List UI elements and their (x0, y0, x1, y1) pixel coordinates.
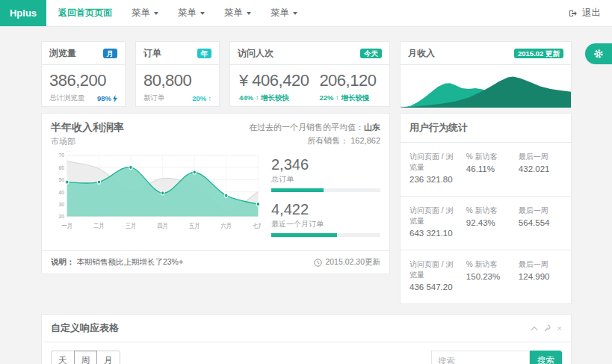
sales-avg-region: 山东 (364, 123, 380, 132)
sales-total-label: 所有销售： (307, 136, 348, 145)
row-c3-label: 最后一周 (519, 206, 562, 216)
monthly-income-sparkline-chart (401, 69, 571, 108)
order-stats-panel: 2,346 总订单 4,422 最近一个月订单 (271, 150, 380, 246)
views-title: 浏览量 (49, 47, 76, 60)
svg-text:五月: 五月 (189, 222, 200, 229)
orders-stat: 20% (192, 94, 206, 102)
level-up-icon: ↑ (336, 93, 339, 102)
sales-summary: 在过去的一个月销售的平均值：山东 所有销售： 162,862 (249, 121, 380, 147)
income-badge: 2015.02 更新 (514, 49, 563, 59)
row-c1-value: 236 321.80 (409, 175, 460, 184)
visits-badge: 今天 (360, 49, 382, 59)
card-monthly-income: 月收入 2015.02 更新 (400, 41, 572, 107)
svg-text:一月: 一月 (62, 222, 72, 229)
svg-text:三月: 三月 (126, 222, 136, 229)
note-label: 说明： (51, 257, 75, 266)
settings-gear-button[interactable] (585, 43, 612, 64)
visits-left-value: ¥ 406,420 (239, 71, 309, 90)
svg-text:40: 40 (59, 188, 65, 196)
nav-menu-1-label: 菜单 (132, 7, 150, 19)
close-icon[interactable]: × (557, 324, 562, 333)
views-stat: 98% (97, 94, 111, 102)
card-views: 浏览量 月 386,200 总计浏览量 98% (41, 41, 126, 107)
row-c2-label: % 新访客 (466, 259, 513, 270)
bottom-row: 自定义响应表格 × 天 周 月 (41, 314, 572, 364)
svg-text:50: 50 (59, 176, 65, 184)
svg-text:四月: 四月 (157, 222, 167, 229)
visits-left-col: ¥ 406,420 44% ↑ 增长较快 (239, 71, 309, 103)
row-c2-value: 46.11% (466, 164, 513, 173)
nav-menu-1[interactable]: 菜单 (132, 7, 158, 19)
svg-text:70: 70 (59, 152, 65, 159)
row-c3-label: 最后一周 (519, 152, 562, 162)
row-c3-label: 最后一周 (519, 259, 562, 270)
stat-cards-row: 浏览量 月 386,200 总计浏览量 98% 订单 年 (41, 41, 572, 107)
collapse-chevron-up-icon[interactable] (531, 326, 538, 331)
tab-day[interactable]: 天 (51, 351, 75, 364)
logout-label: 退出 (582, 7, 601, 19)
profit-chart-subtitle: 市场部 (51, 136, 124, 147)
level-up-icon: ↑ (256, 93, 259, 102)
logout-button[interactable]: 退出 (569, 7, 601, 19)
row-c2-label: % 新访客 (466, 152, 513, 162)
user-behavior-row: 访问页面 / 浏览量 436 547.20 % 新访客 150.23% 最后一周… (401, 250, 571, 303)
svg-text:20: 20 (59, 213, 65, 220)
brand-logo[interactable]: Hplus (0, 0, 46, 26)
note-text: 本期销售额比上期增长了23%+ (76, 257, 183, 266)
table-card-title: 自定义响应表格 (51, 321, 119, 335)
orders-title: 订单 (143, 47, 161, 60)
visits-left-stat: 44% (239, 93, 253, 102)
visits-right-note: 增长较慢 (341, 93, 369, 102)
nav-menu-3-label: 菜单 (224, 7, 243, 19)
tab-month[interactable]: 月 (96, 351, 120, 364)
visits-right-value: 206,120 (319, 71, 376, 90)
profit-area-chart: 203040506070一月二月三月四月五月六月七月 (51, 150, 261, 231)
svg-text:六月: 六月 (221, 222, 232, 229)
profit-chart-card: 半年收入利润率 市场部 在过去的一个月销售的平均值：山东 所有销售： 162,8… (41, 113, 390, 274)
sales-avg-prefix: 在过去的一个月销售的平均值： (249, 123, 364, 132)
tab-week[interactable]: 周 (74, 351, 98, 364)
orders-sub-label: 新订单 (143, 93, 165, 103)
table-search: 搜索 (431, 351, 562, 364)
visits-right-col: 206,120 22% ↑ 增长较慢 (319, 71, 376, 103)
nav-home-link[interactable]: 返回首页页面 (58, 7, 112, 19)
sign-out-icon (569, 9, 578, 18)
wrench-icon[interactable] (544, 324, 551, 332)
card-visits: 访问人次 今天 ¥ 406,420 44% ↑ 增长较快 206,120 22%… (229, 41, 390, 107)
orders-monthly-value: 4,422 (271, 201, 380, 218)
nav-menu-3[interactable]: 菜单 (224, 7, 251, 19)
row-c1-label: 访问页面 / 浏览量 (409, 152, 460, 173)
card-orders: 订单 年 80,800 新订单 20%↑ (135, 41, 220, 107)
orders-monthly-progressbar (271, 233, 380, 237)
nav-menu-4[interactable]: 菜单 (271, 7, 297, 19)
search-input[interactable] (431, 351, 530, 364)
middle-row: 半年收入利润率 市场部 在过去的一个月销售的平均值：山东 所有销售： 162,8… (41, 113, 572, 304)
orders-total-label: 总订单 (271, 174, 380, 185)
search-button[interactable]: 搜索 (530, 351, 562, 364)
orders-monthly-label: 最近一个月订单 (271, 219, 380, 229)
row-c2-label: % 新访客 (466, 206, 513, 216)
svg-text:二月: 二月 (93, 222, 104, 229)
period-tab-group: 天 周 月 (51, 351, 120, 364)
row-c2-value: 92.43% (466, 218, 513, 227)
clock-icon (314, 259, 322, 267)
top-navbar: Hplus 返回首页页面 菜单 菜单 菜单 菜单 退出 (0, 0, 612, 27)
row-c1-value: 436 547.20 (409, 283, 460, 291)
user-behavior-title: 用户行为统计 (401, 114, 571, 143)
bolt-icon (113, 95, 117, 102)
row-c1-value: 643 321.10 (409, 229, 460, 238)
responsive-table-card: 自定义响应表格 × 天 周 月 (41, 314, 572, 364)
row-c3-value: 432.021 (519, 164, 562, 173)
dashboard-screen: Hplus 返回首页页面 菜单 菜单 菜单 菜单 退出 (0, 0, 612, 364)
svg-text:30: 30 (59, 201, 65, 209)
views-sub-label: 总计浏览量 (49, 93, 85, 103)
orders-value: 80,800 (143, 71, 211, 90)
row-c3-value: 124.990 (519, 272, 562, 281)
row-c3-value: 564.554 (519, 218, 562, 227)
nav-menu-4-label: 菜单 (271, 7, 289, 19)
level-up-icon: ↑ (208, 94, 211, 102)
main-content: 浏览量 月 386,200 总计浏览量 98% 订单 年 (0, 27, 612, 364)
nav-menu-2[interactable]: 菜单 (178, 7, 205, 19)
views-badge: 月 (103, 49, 118, 59)
orders-badge: 年 (197, 49, 212, 59)
